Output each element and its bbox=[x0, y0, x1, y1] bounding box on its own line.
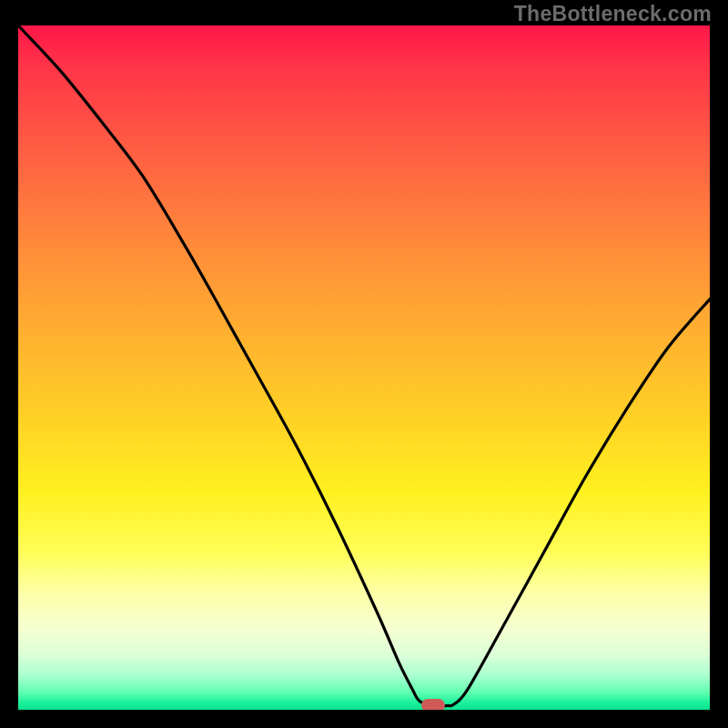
plot-area bbox=[18, 25, 710, 710]
curve-svg bbox=[18, 25, 710, 710]
optimal-marker bbox=[421, 699, 445, 710]
chart-frame: TheBottleneck.com bbox=[0, 0, 728, 728]
attribution-label: TheBottleneck.com bbox=[514, 2, 712, 26]
bottleneck-curve bbox=[18, 25, 710, 706]
